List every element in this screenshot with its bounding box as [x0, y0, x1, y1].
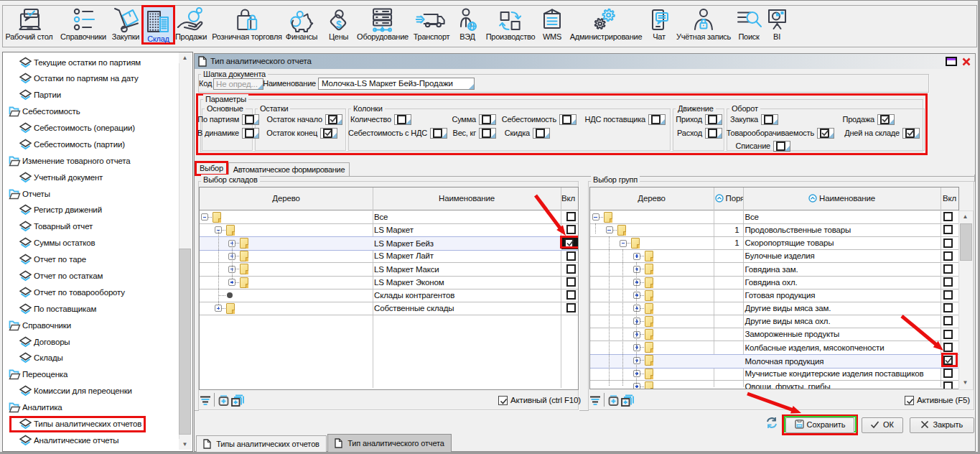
svg-text:$: $ — [336, 19, 342, 30]
